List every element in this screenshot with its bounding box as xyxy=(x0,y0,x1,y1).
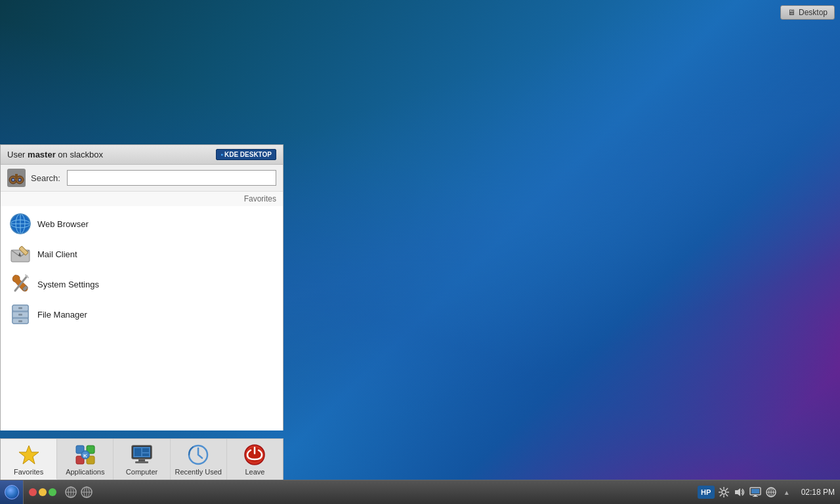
svg-rect-38 xyxy=(142,448,149,452)
svg-rect-37 xyxy=(135,448,141,456)
kde-logo: ▪ KDE DESKTOP xyxy=(216,149,276,160)
file-manager-icon xyxy=(10,304,31,325)
recently-used-tab-icon xyxy=(186,443,210,467)
svg-point-7 xyxy=(12,179,14,181)
mail-client-label: Mail Client xyxy=(37,249,77,259)
search-bar: Search: xyxy=(1,165,283,192)
taskbar-icons-left xyxy=(62,486,96,499)
menu-item-file-manager[interactable]: File Manager xyxy=(1,299,283,329)
svg-rect-26 xyxy=(18,314,22,316)
tab-computer-label: Computer xyxy=(126,468,158,476)
menu-item-system-settings[interactable]: System Settings xyxy=(1,269,283,299)
svg-rect-41 xyxy=(135,461,148,463)
taskbar-dot-yellow xyxy=(39,488,47,496)
web-browser-label: Web Browser xyxy=(37,219,89,229)
menu-items-list: Web Browser Mail Client xyxy=(1,206,283,332)
favorites-section-label: Favorites xyxy=(1,192,283,206)
menu-item-mail-client[interactable]: Mail Client xyxy=(1,239,283,269)
svg-rect-25 xyxy=(18,307,22,309)
search-input[interactable] xyxy=(67,170,276,186)
svg-rect-57 xyxy=(754,495,757,496)
web-browser-icon xyxy=(10,213,31,234)
svg-rect-27 xyxy=(18,320,22,322)
taskbar-dot-green xyxy=(49,488,56,496)
leave-tab-icon xyxy=(243,443,266,467)
system-clock: 02:18 PM xyxy=(796,488,835,497)
display-tray-icon[interactable] xyxy=(749,486,762,499)
applications-tab-icon: K xyxy=(74,443,97,467)
network-tray-icon[interactable] xyxy=(765,486,778,499)
system-settings-label: System Settings xyxy=(37,280,99,289)
taskbar-dots xyxy=(24,488,62,496)
tab-leave[interactable]: Leave xyxy=(227,439,283,480)
menu-spacer xyxy=(1,332,283,430)
computer-tab-icon xyxy=(130,443,154,467)
tab-recently-used[interactable]: Recently Used xyxy=(171,439,227,480)
network-icon-1[interactable] xyxy=(64,486,77,499)
svg-rect-5 xyxy=(15,174,16,179)
file-manager-label: File Manager xyxy=(37,310,87,320)
user-info: User master on slackbox xyxy=(7,150,103,159)
volume-tray-icon[interactable] xyxy=(733,486,746,499)
menu-item-web-browser[interactable]: Web Browser xyxy=(1,209,283,239)
settings-tray-icon[interactable] xyxy=(717,486,730,499)
tab-applications-label: Applications xyxy=(66,468,104,476)
svg-rect-39 xyxy=(142,453,149,456)
svg-rect-56 xyxy=(751,489,759,494)
svg-marker-28 xyxy=(19,446,39,464)
svg-point-8 xyxy=(19,179,21,181)
favorites-tab-icon xyxy=(17,443,41,467)
taskbar: HP xyxy=(0,480,840,504)
kde-gem-icon xyxy=(5,485,19,499)
mail-client-icon xyxy=(10,243,31,264)
svg-text:K: K xyxy=(83,453,87,459)
network-icon-2[interactable] xyxy=(80,486,93,499)
taskbar-right: HP xyxy=(692,486,840,499)
app-menu: User master on slackbox ▪ KDE DESKTOP xyxy=(0,144,284,430)
menu-header: User master on slackbox ▪ KDE DESKTOP xyxy=(1,145,283,165)
search-icon xyxy=(7,169,26,187)
desktop-icon: 🖥 xyxy=(788,8,795,17)
tab-recently-used-label: Recently Used xyxy=(175,468,222,476)
tab-leave-label: Leave xyxy=(245,468,264,476)
svg-rect-58 xyxy=(753,496,758,497)
desktop-button-label: Desktop xyxy=(799,8,828,17)
svg-rect-40 xyxy=(138,459,145,461)
search-label: Search: xyxy=(31,173,60,183)
taskbar-dot-red xyxy=(29,488,37,496)
tab-favorites[interactable]: Favorites xyxy=(1,439,57,480)
tab-favorites-label: Favorites xyxy=(14,468,43,476)
svg-marker-54 xyxy=(735,488,740,496)
tab-applications[interactable]: K Applications xyxy=(57,439,114,480)
kde-start-button[interactable] xyxy=(0,480,24,505)
svg-rect-6 xyxy=(16,174,18,179)
tab-computer[interactable]: Computer xyxy=(114,439,170,480)
hp-tray-icon[interactable]: HP xyxy=(698,486,715,499)
bottom-tabs: Favorites K Applications xyxy=(0,438,284,480)
desktop-button[interactable]: 🖥 Desktop xyxy=(780,5,835,20)
svg-point-53 xyxy=(722,490,726,494)
system-settings-icon xyxy=(10,274,31,295)
tray-expand-icon[interactable]: ▲ xyxy=(780,486,793,499)
